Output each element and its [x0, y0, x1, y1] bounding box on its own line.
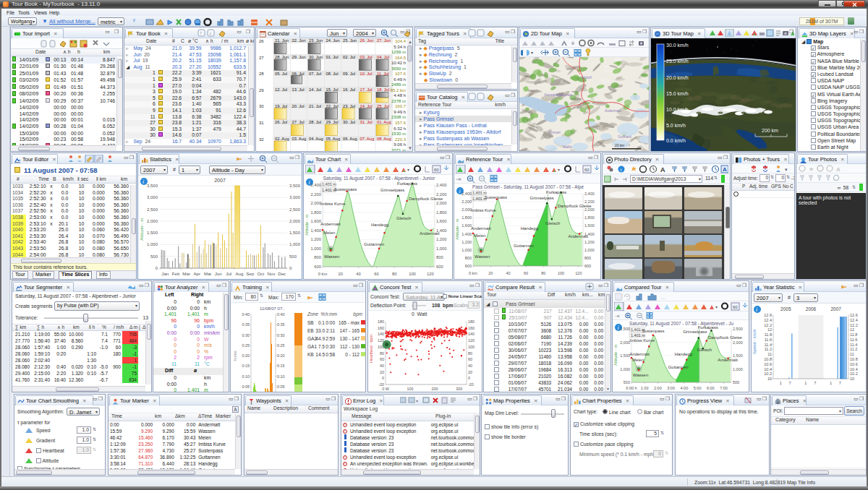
- svg-text:10.2: 10.2: [764, 371, 772, 376]
- svg-text:10.8: 10.8: [850, 357, 858, 361]
- svg-text:Vierwaldstättersee: Vierwaldstättersee: [544, 93, 573, 97]
- svg-text:SB: SB: [307, 320, 314, 325]
- svg-text:1,000: 1,000: [147, 242, 158, 246]
- svg-text:Furkapass: Furkapass: [546, 190, 566, 194]
- svg-text:3,500: 3,500: [147, 184, 158, 188]
- svg-text:11. Jul: 11. Jul: [377, 72, 389, 76]
- svg-text:32: 32: [259, 137, 264, 142]
- svg-text:1,500: 1,500: [733, 353, 743, 358]
- svg-text:Altitude - m: Altitude - m: [613, 345, 618, 366]
- svg-text:Andermatt: Andermatt: [568, 234, 588, 238]
- svg-text:2071 m: 2071 m: [391, 148, 406, 151]
- svg-text:Gletsch: Gletsch: [697, 348, 712, 352]
- svg-text:4:48 h: 4:48 h: [393, 93, 406, 98]
- svg-text:60: 60: [584, 168, 590, 172]
- svg-text:Grimselpass: Grimselpass: [380, 188, 404, 192]
- svg-text:1:00: 1:00: [641, 386, 649, 390]
- svg-text:02. Jul: 02. Jul: [343, 55, 355, 59]
- svg-text:23. Jul: 23. Jul: [343, 104, 355, 108]
- svg-text:↑: ↑: [200, 30, 203, 35]
- svg-text:Sep: Sep: [246, 271, 255, 276]
- svg-text:500: 500: [733, 380, 739, 384]
- svg-text:Speed - km/h: Speed - km/h: [752, 330, 757, 354]
- svg-text:157.6: 157.6: [395, 121, 407, 125]
- svg-text:Meien: Meien: [323, 231, 335, 235]
- svg-text:2,400: 2,400: [584, 192, 595, 196]
- svg-text:2,200: 2,200: [310, 192, 321, 197]
- svg-text:1,600: 1,600: [310, 219, 321, 223]
- svg-text:i: i: [459, 188, 461, 194]
- svg-text:2,000: 2,000: [461, 207, 472, 212]
- svg-text:2005: 2005: [780, 306, 791, 311]
- svg-text:2489 m: 2489 m: [391, 82, 406, 87]
- svg-text:2,400: 2,400: [310, 183, 321, 187]
- svg-text:100: 100: [409, 272, 416, 276]
- svg-text:0:15: 0:15: [277, 364, 285, 368]
- svg-text:11.8: 11.8: [765, 332, 772, 337]
- svg-text:11.4: 11.4: [765, 343, 772, 347]
- svg-text:Jul: Jul: [226, 271, 231, 276]
- svg-text:Altdorf: Altdorf: [582, 76, 592, 79]
- svg-text:11: 11: [850, 352, 854, 356]
- svg-text:Handegg: Handegg: [521, 226, 538, 231]
- svg-text:0 - 112: 0 - 112: [345, 352, 359, 357]
- svg-text:30. Jun: 30. Jun: [309, 55, 323, 59]
- svg-text:160.7: 160.7: [395, 104, 407, 108]
- svg-text:29: 29: [259, 88, 264, 93]
- svg-text:Wallis: Wallis: [563, 145, 572, 149]
- svg-text:2,200: 2,200: [436, 192, 447, 197]
- svg-text:24. Jul: 24. Jul: [360, 104, 373, 108]
- svg-text:Gletsch: Gletsch: [545, 221, 560, 225]
- svg-text:20 km: 20 km: [615, 144, 624, 147]
- svg-text:60: 60: [733, 305, 738, 309]
- svg-text:07. Aug: 07. Aug: [360, 137, 375, 141]
- svg-text:1,500: 1,500: [147, 231, 158, 235]
- svg-text:01. Aug: 01. Aug: [377, 120, 391, 124]
- svg-text:14. Jul: 14. Jul: [309, 87, 321, 92]
- svg-text:0:20: 0:20: [277, 353, 285, 358]
- svg-text:h:mm: h:mm: [326, 311, 338, 317]
- svg-text:12.6: 12.6: [850, 313, 858, 317]
- svg-text:0: 0: [468, 376, 470, 380]
- svg-text:25. Jul: 25. Jul: [377, 104, 389, 108]
- svg-text:200: 200: [431, 387, 438, 391]
- svg-text:104.4: 104.4: [395, 39, 407, 43]
- svg-text:Sustenpass: Sustenpass: [642, 329, 664, 333]
- svg-text:2,200: 2,200: [461, 199, 472, 204]
- svg-text:5:00: 5:00: [694, 386, 702, 390]
- svg-text:85.2 km: 85.2 km: [391, 88, 406, 93]
- svg-text:1,400: 1,400: [310, 228, 321, 233]
- svg-text:107.6: 107.6: [395, 72, 407, 76]
- svg-text:0: 0: [382, 376, 384, 380]
- svg-text:2,000: 2,000: [620, 340, 630, 345]
- svg-text:6:49 h: 6:49 h: [393, 77, 406, 82]
- svg-text:140: 140: [468, 332, 475, 336]
- svg-text:2,400: 2,400: [436, 183, 447, 187]
- svg-text:▾: ▾: [531, 51, 533, 55]
- svg-text:02. Aug: 02. Aug: [275, 137, 289, 141]
- svg-text:▾: ▾: [416, 399, 418, 403]
- svg-text:Imbiss Kurve: Imbiss Kurve: [629, 338, 655, 343]
- svg-text:1299 m: 1299 m: [391, 50, 406, 54]
- svg-text:▼: ▼: [408, 146, 412, 150]
- svg-text:300: 300: [456, 387, 462, 391]
- svg-text:26. Jun: 26. Jun: [360, 38, 374, 43]
- svg-text:0:40: 0:40: [277, 312, 285, 317]
- svg-text:Dampflock Gleise: Dampflock Gleise: [409, 197, 443, 201]
- svg-text:bpm: bpm: [353, 311, 362, 317]
- svg-text:3:00: 3:00: [667, 386, 675, 390]
- svg-text:0:58: 0:58: [326, 352, 335, 357]
- svg-text:⇤: ⇤: [307, 294, 313, 301]
- svg-text:Wassen: Wassen: [475, 254, 490, 259]
- svg-text:i: i: [618, 324, 619, 331]
- svg-text:31: 31: [259, 121, 264, 125]
- svg-text:1,200: 1,200: [461, 240, 472, 244]
- svg-text:Andermatt: Andermatt: [605, 109, 621, 113]
- svg-text:Gotthard: Gotthard: [618, 135, 631, 139]
- svg-text:147 - 165: 147 - 165: [340, 328, 360, 333]
- svg-text:12: 12: [767, 327, 772, 332]
- svg-text:Altitude - m: Altitude - m: [139, 218, 144, 241]
- svg-text:▾: ▾: [715, 305, 718, 309]
- svg-text:20: 20: [339, 272, 343, 276]
- svg-text:160: 160: [378, 326, 384, 330]
